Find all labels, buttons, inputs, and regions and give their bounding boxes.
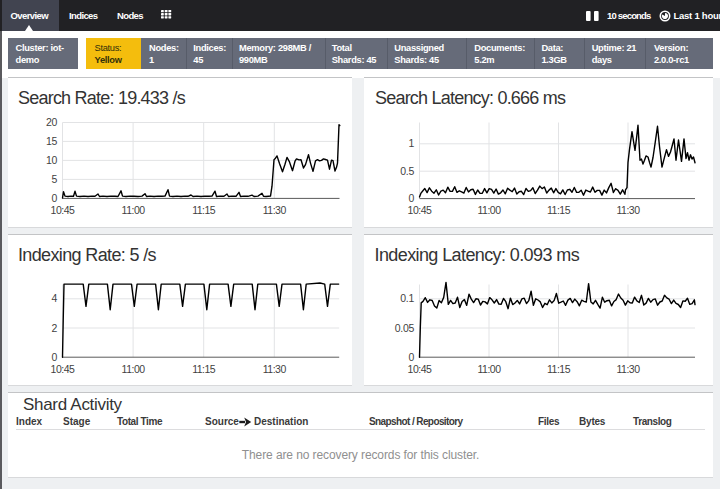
svg-text:0.05: 0.05: [395, 322, 415, 334]
svg-text:11:15: 11:15: [192, 363, 216, 375]
svg-text:0: 0: [408, 192, 414, 204]
svg-text:15: 15: [46, 135, 58, 147]
svg-text:11:30: 11:30: [617, 204, 641, 216]
svg-text:0: 0: [51, 192, 57, 204]
svg-text:1: 1: [408, 137, 414, 149]
svg-text:11:00: 11:00: [122, 204, 146, 216]
svg-text:0.5: 0.5: [400, 165, 414, 177]
svg-text:11:30: 11:30: [263, 204, 287, 216]
svg-text:4: 4: [51, 292, 57, 304]
svg-text:11:30: 11:30: [617, 363, 641, 375]
svg-text:11:00: 11:00: [122, 363, 146, 375]
svg-text:11:00: 11:00: [478, 363, 502, 375]
svg-text:11:15: 11:15: [192, 204, 216, 216]
svg-text:2: 2: [51, 322, 57, 334]
svg-text:10: 10: [46, 154, 58, 166]
svg-text:20: 20: [46, 116, 58, 128]
svg-text:10:45: 10:45: [408, 204, 432, 216]
svg-text:11:00: 11:00: [478, 204, 502, 216]
svg-text:10:45: 10:45: [408, 363, 432, 375]
svg-text:0: 0: [408, 351, 414, 363]
svg-text:10:45: 10:45: [51, 363, 75, 375]
svg-text:10:45: 10:45: [51, 204, 75, 216]
svg-text:11:15: 11:15: [547, 363, 571, 375]
svg-text:0.1: 0.1: [400, 292, 414, 304]
svg-text:11:30: 11:30: [263, 363, 287, 375]
svg-text:11:15: 11:15: [547, 204, 571, 216]
svg-text:5: 5: [51, 173, 57, 185]
svg-text:0: 0: [51, 351, 57, 363]
